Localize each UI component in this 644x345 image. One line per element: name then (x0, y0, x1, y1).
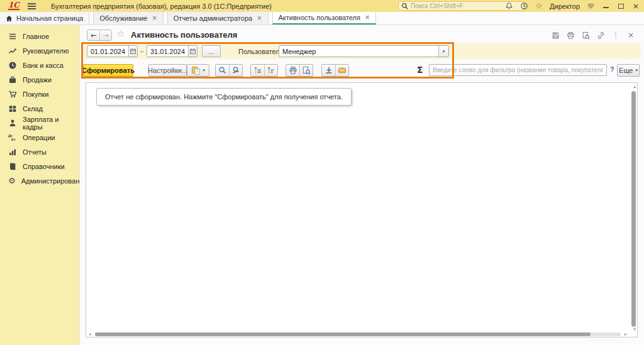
print-preview-button[interactable] (299, 65, 313, 76)
date-to-value[interactable]: 31.01.2024 (147, 46, 188, 57)
preview-icon (302, 66, 311, 75)
sidebar-item-purchases[interactable]: Покупки (0, 87, 79, 101)
chevron-down-icon[interactable]: ▾ (438, 46, 448, 57)
minimize-button[interactable] (601, 2, 610, 11)
service-menu-icon[interactable] (586, 2, 595, 11)
report-content: Отчет не сформирован. Нажмите "Сформиров… (86, 82, 638, 337)
app-title: Бухгалтерия предприятия (базовая), редак… (51, 3, 272, 10)
send-mail-button[interactable] (335, 65, 348, 76)
home-icon (6, 15, 13, 22)
tab-close-icon[interactable]: × (152, 15, 157, 21)
scroll-right-icon[interactable]: ▸ (625, 332, 627, 337)
settings-button[interactable]: Настройки... (148, 64, 187, 77)
sidebar-item-bank-cash[interactable]: Банк и касса (0, 58, 79, 72)
notifications-icon[interactable] (504, 2, 513, 11)
trend-icon (8, 47, 17, 55)
sidebar: Главное Руководителю Банк и касса Продаж… (0, 25, 79, 345)
sidebar-item-reports[interactable]: Отчеты (0, 145, 79, 159)
sidebar-item-label: Продажи (23, 76, 52, 84)
bank-icon (8, 61, 17, 70)
generate-button[interactable]: Сформировать (83, 64, 133, 77)
person-icon (8, 119, 17, 128)
back-button[interactable]: ← (87, 30, 99, 40)
period-picker-button[interactable]: ... (202, 45, 221, 57)
tab-admin-reports[interactable]: Отчеты администратора × (167, 12, 269, 25)
sidebar-item-label: Операции (23, 134, 55, 141)
bar-chart-icon (8, 148, 17, 156)
sidebar-item-operations[interactable]: ДтКт Операции (0, 130, 79, 145)
tab-label: Отчеты администратора (174, 14, 252, 22)
sidebar-item-label: Главное (23, 33, 49, 40)
gear-icon: ⚙ (8, 177, 16, 185)
tab-label: Начальная страница (16, 14, 83, 22)
sidebar-item-salary-hr[interactable]: Зарплата и кадры (0, 116, 79, 130)
restore-button[interactable] (616, 2, 625, 11)
filter-band: 01.01.2024 – 31.01.2024 ... Пользователь… (83, 43, 641, 59)
calendar-icon[interactable] (188, 46, 197, 57)
print-icon[interactable] (566, 31, 575, 40)
close-window-button[interactable]: × (631, 2, 640, 11)
more-button[interactable]: Еще ▾ (617, 64, 640, 77)
expand-groups-icon (267, 66, 275, 75)
sidebar-item-label: Банк и касса (23, 62, 64, 69)
save-icon[interactable] (551, 31, 560, 40)
print-report-button[interactable] (286, 65, 299, 76)
user-combo[interactable]: Менеджер ▾ (279, 45, 449, 57)
forward-button[interactable]: → (99, 30, 111, 40)
calendar-icon[interactable] (128, 46, 137, 57)
report-variants-button[interactable]: ▾ (187, 64, 209, 77)
favorite-star-icon[interactable]: ☆ (116, 29, 125, 39)
sidebar-item-label: Руководителю (23, 47, 69, 55)
tab-close-icon[interactable]: × (257, 15, 262, 21)
more-kebab-icon[interactable]: ⋮ (611, 31, 620, 40)
user-combo-value[interactable]: Менеджер (279, 46, 438, 57)
empty-report-message: Отчет не сформирован. Нажмите "Сформиров… (96, 88, 352, 106)
history-icon[interactable] (519, 2, 528, 11)
main-menu-icon[interactable] (28, 3, 36, 9)
scroll-left-icon[interactable]: ◂ (89, 332, 91, 337)
1c-logo: 1С (8, 2, 19, 10)
tab-home-page[interactable]: Начальная страница (0, 12, 89, 25)
collapse-groups-icon (253, 66, 262, 75)
favorites-icon[interactable]: ☆ (535, 2, 543, 11)
link-icon[interactable] (596, 31, 605, 40)
quick-filter-input[interactable] (429, 64, 607, 76)
tab-close-icon[interactable]: × (365, 14, 370, 21)
tab-label: Активность пользователя (279, 14, 360, 21)
vertical-scrollbar[interactable] (631, 91, 636, 327)
book-icon (8, 162, 17, 171)
date-from-field[interactable]: 01.01.2024 (87, 45, 138, 57)
menu-icon (8, 32, 17, 41)
app-window: 1С Бухгалтерия предприятия (базовая), ре… (0, 0, 644, 345)
find-button[interactable] (216, 65, 229, 76)
cart-icon (8, 90, 17, 99)
tab-service[interactable]: Обслуживание × (93, 12, 163, 25)
mail-icon (338, 66, 347, 75)
sidebar-item-label: Зарплата и кадры (23, 116, 79, 131)
sidebar-item-sales[interactable]: Продажи (0, 72, 79, 87)
sidebar-item-main[interactable]: Главное (0, 29, 79, 43)
cancel-find-button[interactable] (229, 65, 242, 76)
download-button[interactable] (322, 65, 335, 76)
report-title: Активность пользователя (131, 30, 237, 40)
sidebar-item-directories[interactable]: Справочники (0, 159, 79, 173)
sidebar-item-administration[interactable]: ⚙ Администрирование (0, 173, 79, 188)
date-to-field[interactable]: 31.01.2024 (147, 45, 197, 57)
tab-bar: Начальная страница Обслуживание × Отчеты… (0, 12, 644, 25)
help-button[interactable]: ? (610, 65, 614, 73)
horizontal-scrollbar[interactable] (95, 332, 591, 336)
tab-user-activity[interactable]: Активность пользователя × (272, 12, 377, 25)
variants-icon (191, 66, 201, 75)
close-report-icon[interactable]: × (626, 31, 635, 40)
collapse-groups-button[interactable] (251, 65, 264, 76)
print-icon (289, 66, 297, 75)
current-user[interactable]: Директор (550, 3, 580, 10)
date-from-value[interactable]: 01.01.2024 (87, 46, 128, 57)
expand-groups-button[interactable] (264, 65, 277, 76)
preview-icon[interactable] (581, 31, 590, 40)
scroll-up-icon[interactable]: ▴ (633, 84, 636, 89)
scroll-down-icon[interactable]: ▾ (633, 327, 636, 332)
sidebar-item-warehouse[interactable]: Склад (0, 101, 79, 116)
sidebar-item-manager[interactable]: Руководителю (0, 43, 79, 58)
sigma-icon[interactable]: Σ (417, 65, 423, 75)
